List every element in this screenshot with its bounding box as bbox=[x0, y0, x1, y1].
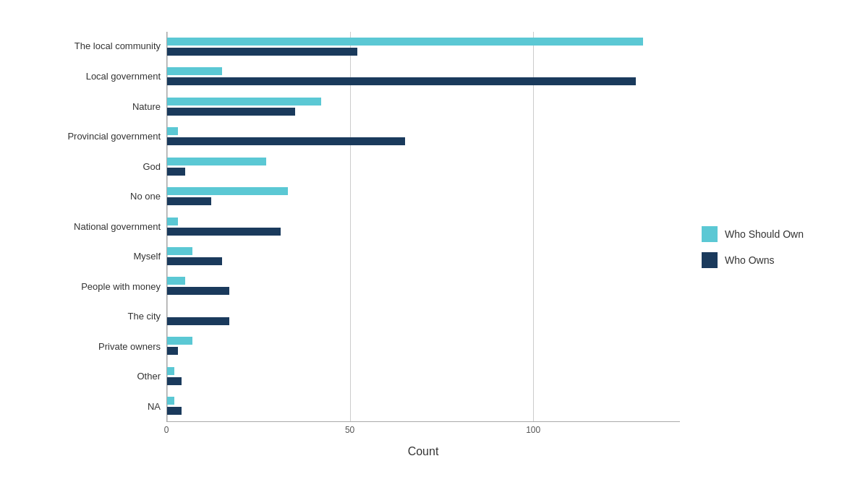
bar-row bbox=[167, 317, 680, 325]
bar-row bbox=[167, 137, 680, 145]
bar-who-owns bbox=[167, 287, 229, 295]
bar-who-owns bbox=[167, 77, 636, 85]
x-tick-label: 50 bbox=[345, 425, 354, 435]
bar-should-own bbox=[167, 218, 178, 225]
bar-row bbox=[167, 277, 680, 285]
bar-group bbox=[167, 91, 680, 121]
bar-who-owns bbox=[167, 108, 295, 116]
y-label: Private owners bbox=[43, 341, 161, 353]
bar-row bbox=[167, 257, 680, 265]
y-label: The city bbox=[43, 311, 161, 322]
bar-who-owns bbox=[167, 228, 281, 236]
bar-should-own bbox=[167, 247, 192, 255]
bar-group bbox=[167, 61, 680, 91]
legend-label: Who Owns bbox=[725, 254, 774, 266]
legend-color-box bbox=[702, 226, 718, 242]
bar-row bbox=[167, 67, 680, 75]
bar-who-owns bbox=[167, 317, 229, 325]
bar-group bbox=[167, 301, 680, 331]
bar-row bbox=[167, 77, 680, 85]
bar-group bbox=[167, 271, 680, 301]
y-label: Other bbox=[43, 371, 161, 382]
plot-area bbox=[166, 32, 680, 422]
chart-area: The local communityLocal governmentNatur… bbox=[43, 32, 680, 458]
legend-label: Who Should Own bbox=[725, 228, 804, 240]
bar-row bbox=[167, 287, 680, 295]
bar-who-owns bbox=[167, 407, 182, 415]
bar-row bbox=[167, 187, 680, 195]
x-axis-title: Count bbox=[166, 445, 680, 458]
bar-row bbox=[167, 377, 680, 385]
bar-should-own bbox=[167, 337, 192, 345]
bar-group bbox=[167, 121, 680, 151]
y-label: Provincial government bbox=[43, 131, 161, 142]
bar-row bbox=[167, 397, 680, 405]
x-tick-label: 100 bbox=[526, 425, 540, 435]
bar-row bbox=[167, 367, 680, 375]
y-label: National government bbox=[43, 221, 161, 233]
y-label: Local government bbox=[43, 71, 161, 82]
chart-body: The local communityLocal governmentNatur… bbox=[43, 32, 825, 458]
bar-row bbox=[167, 98, 680, 106]
y-label: NA bbox=[43, 401, 161, 413]
bar-group bbox=[167, 361, 680, 391]
bar-who-owns bbox=[167, 347, 178, 355]
bars-container bbox=[167, 32, 680, 421]
y-label: The local community bbox=[43, 40, 161, 52]
bar-group bbox=[167, 151, 680, 181]
bar-group bbox=[167, 181, 680, 211]
bar-should-own bbox=[167, 187, 288, 195]
bar-who-owns bbox=[167, 197, 211, 205]
bar-should-own bbox=[167, 98, 321, 106]
bar-row bbox=[167, 38, 680, 46]
bar-row bbox=[167, 247, 680, 255]
bar-row bbox=[167, 108, 680, 116]
legend: Who Should OwnWho Owns bbox=[680, 32, 825, 458]
bar-row bbox=[167, 197, 680, 205]
bar-group bbox=[167, 241, 680, 271]
bar-row bbox=[167, 307, 680, 315]
bar-should-own bbox=[167, 127, 178, 135]
y-label: Nature bbox=[43, 101, 161, 113]
y-label: People with money bbox=[43, 281, 161, 293]
y-label: No one bbox=[43, 191, 161, 202]
legend-color-box bbox=[702, 252, 718, 268]
bar-who-owns bbox=[167, 257, 222, 265]
bar-group bbox=[167, 391, 680, 421]
bar-should-own bbox=[167, 67, 222, 75]
bar-group bbox=[167, 32, 680, 61]
bar-row bbox=[167, 347, 680, 355]
legend-item: Who Owns bbox=[702, 252, 774, 268]
bar-should-own bbox=[167, 367, 174, 375]
y-label: Myself bbox=[43, 251, 161, 262]
legend-item: Who Should Own bbox=[702, 226, 804, 242]
bar-row bbox=[167, 48, 680, 56]
chart-container: The local communityLocal governmentNatur… bbox=[36, 17, 832, 465]
bar-row bbox=[167, 158, 680, 165]
bar-should-own bbox=[167, 158, 266, 165]
y-axis-labels: The local communityLocal governmentNatur… bbox=[43, 32, 166, 422]
bar-row bbox=[167, 407, 680, 415]
x-axis: 050100 bbox=[166, 422, 680, 439]
bar-row bbox=[167, 228, 680, 236]
x-tick-label: 0 bbox=[164, 425, 169, 435]
bar-should-own bbox=[167, 397, 174, 405]
bar-row bbox=[167, 127, 680, 135]
bar-should-own bbox=[167, 277, 185, 285]
bar-who-owns bbox=[167, 377, 182, 385]
bar-row bbox=[167, 337, 680, 345]
bar-who-owns bbox=[167, 48, 357, 56]
y-label: God bbox=[43, 161, 161, 173]
bar-who-owns bbox=[167, 137, 405, 145]
bar-group bbox=[167, 331, 680, 361]
bar-row bbox=[167, 218, 680, 225]
bar-group bbox=[167, 211, 680, 241]
bar-row bbox=[167, 168, 680, 176]
bar-should-own bbox=[167, 38, 643, 46]
bar-who-owns bbox=[167, 168, 185, 176]
